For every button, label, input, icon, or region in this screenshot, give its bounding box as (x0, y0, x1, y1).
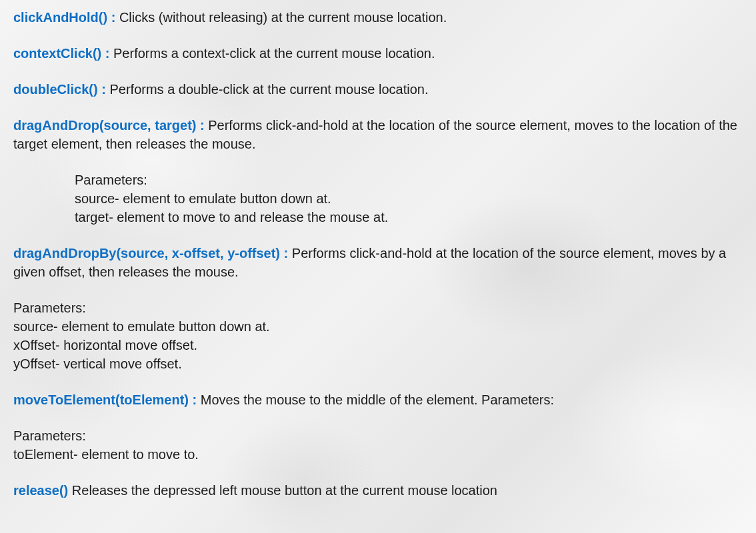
parameters-header: Parameters: (75, 171, 743, 189)
method-entry-release: release() Releases the depressed left mo… (13, 481, 743, 500)
method-name: contextClick() : (13, 46, 109, 61)
parameters-block: Parameters: source- element to emulate b… (13, 298, 743, 373)
method-description: Releases the depressed left mouse button… (68, 483, 497, 498)
method-name: dragAndDrop(source, target) : (13, 118, 205, 133)
method-description: Performs a double-click at the current m… (106, 82, 429, 97)
method-entry-draganddropby: dragAndDropBy(source, x-offset, y-offset… (13, 244, 743, 373)
parameter-item: xOffset- horizontal move offset. (13, 336, 743, 354)
parameter-item: source- element to emulate button down a… (13, 317, 743, 336)
method-description: Clicks (without releasing) at the curren… (115, 10, 447, 25)
parameters-header: Parameters: (13, 426, 743, 445)
method-name: release() (13, 483, 68, 498)
method-entry-movetoelement: moveToElement(toElement) : Moves the mou… (13, 390, 743, 464)
method-name: doubleClick() : (13, 82, 106, 97)
parameters-block: Parameters: source- element to emulate b… (13, 171, 743, 227)
documentation-content: clickAndHold() : Clicks (without releasi… (13, 8, 743, 500)
method-entry-doubleclick: doubleClick() : Performs a double-click … (13, 80, 743, 99)
parameters-header: Parameters: (13, 298, 743, 317)
parameters-block: Parameters: toElement- element to move t… (13, 426, 743, 464)
method-description: Moves the mouse to the middle of the ele… (197, 392, 554, 407)
parameter-item: source- element to emulate button down a… (75, 189, 743, 208)
method-name: dragAndDropBy(source, x-offset, y-offset… (13, 246, 288, 261)
parameter-item: yOffset- vertical move offset. (13, 354, 743, 373)
method-description: Performs a context-click at the current … (109, 46, 435, 61)
method-entry-clickandhold: clickAndHold() : Clicks (without releasi… (13, 8, 743, 27)
parameter-item: toElement- element to move to. (13, 445, 743, 464)
method-entry-draganddrop: dragAndDrop(source, target) : Performs c… (13, 116, 743, 227)
method-entry-contextclick: contextClick() : Performs a context-clic… (13, 44, 743, 63)
method-name: moveToElement(toElement) : (13, 392, 197, 407)
parameter-item: target- element to move to and release t… (75, 208, 743, 227)
method-name: clickAndHold() : (13, 10, 115, 25)
